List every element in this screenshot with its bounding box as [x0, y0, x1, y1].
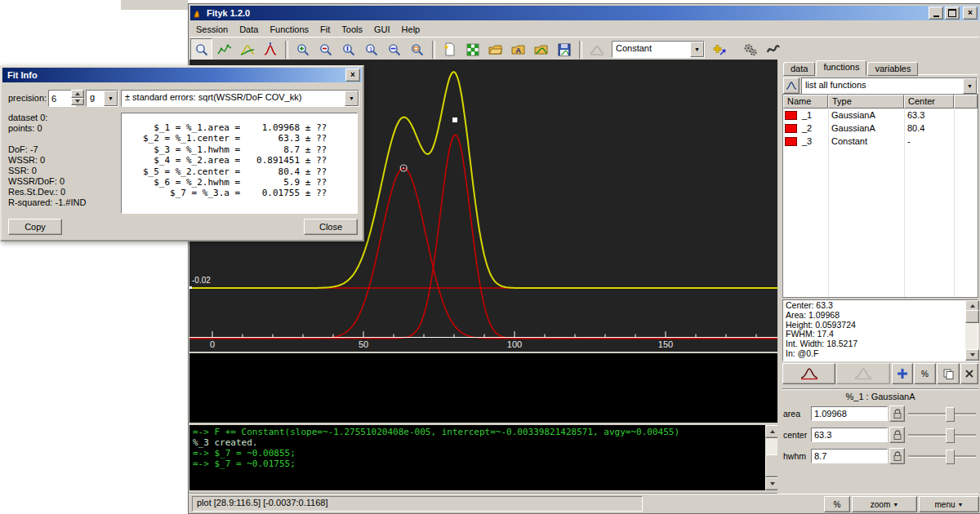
menu-fit[interactable]: Fit [314, 23, 336, 36]
info-scrollbar[interactable] [965, 300, 978, 361]
plot-function-button[interactable] [782, 363, 835, 384]
slider-thumb[interactable] [946, 407, 955, 422]
output-console[interactable]: =-> F += Constant(slope=~-1.27551020408e… [189, 425, 777, 490]
slider-thumb[interactable] [946, 450, 955, 464]
data-view-button[interactable] [213, 38, 235, 60]
column-header-name[interactable]: Name [783, 95, 828, 109]
arrow-up-icon [770, 430, 775, 433]
tab-variables[interactable]: variables [867, 62, 918, 76]
copy-dialog-button[interactable]: Copy [8, 219, 62, 235]
status-menu-button[interactable]: menu▼ [919, 496, 979, 512]
tab-data[interactable]: data [783, 62, 815, 76]
function-row[interactable]: _3Constant- [783, 135, 978, 148]
delete-function-button[interactable] [960, 363, 978, 384]
new-session-button[interactable] [439, 38, 461, 60]
zoom-100-button[interactable]: 1 [360, 38, 382, 60]
menu-tools[interactable]: Tools [336, 23, 368, 36]
column-header-type[interactable]: Type [828, 95, 904, 109]
function-row[interactable]: _1GaussianA63.3 [783, 109, 978, 122]
scrollbar-thumb[interactable] [965, 310, 979, 323]
function-row[interactable]: _2GaussianA80.4 [783, 122, 978, 135]
menu-functions[interactable]: Functions [264, 23, 314, 36]
parameter-input-area[interactable] [811, 406, 888, 421]
sidebar: datafunctionsvariables list all function… [782, 60, 979, 494]
parameter-row: area [783, 405, 978, 422]
aux-plot[interactable] [189, 353, 777, 423]
menu-gui[interactable]: GUI [368, 23, 396, 36]
window-title: Fityk 1.2.0 [207, 8, 927, 18]
menu-data[interactable]: Data [234, 23, 264, 36]
zoom-all-button[interactable] [406, 38, 428, 60]
close-button[interactable]: × [963, 7, 978, 20]
function-list-icon-button[interactable] [783, 78, 800, 94]
add-function-button[interactable] [708, 38, 730, 60]
slider-track [908, 434, 976, 436]
function-center: 63.3 [905, 110, 955, 120]
function-type-combo[interactable]: Constant ▼ [612, 41, 705, 58]
parameter-error-line: $_7 = %_3.a = 0.01755 ± ?? [143, 188, 357, 198]
spin-down-button[interactable] [71, 98, 84, 106]
parameter-label-center: center [783, 430, 811, 440]
plot-group-button[interactable] [836, 363, 889, 384]
load-data-append-button[interactable] [530, 38, 552, 60]
errors-combo[interactable]: ± standard errors: sqrt(WSSR/DoF COV_kk)… [121, 90, 359, 107]
dialog-close-button[interactable]: × [345, 69, 360, 82]
copy-button[interactable] [937, 363, 960, 384]
console-line: %_3 created. [193, 437, 763, 448]
parameter-input-hwhm[interactable] [811, 449, 888, 463]
menu-button-label: menu [935, 500, 956, 509]
close-dialog-button[interactable]: Close [304, 219, 358, 235]
scroll-down-button[interactable] [965, 349, 979, 361]
function-filter-combo[interactable]: list all functions ▼ [801, 78, 978, 95]
chevron-down-icon[interactable]: ▼ [104, 91, 118, 106]
console-scrollbar[interactable] [765, 425, 777, 490]
chevron-down-icon[interactable]: ▼ [345, 91, 359, 106]
lock-button[interactable] [889, 427, 905, 443]
lock-button[interactable] [889, 448, 905, 464]
parameter-slider-hwhm[interactable] [906, 449, 978, 463]
menu-help[interactable]: Help [396, 23, 426, 36]
minimize-button[interactable] [929, 7, 943, 20]
value-percent-button[interactable]: % [914, 363, 937, 384]
function-color-swatch[interactable] [785, 124, 797, 133]
add-variable-button[interactable] [892, 363, 913, 384]
zoom-history-button[interactable]: zoom▼ [852, 496, 917, 512]
zoom-out-button[interactable] [314, 38, 336, 60]
zoom-vertical-button[interactable] [337, 38, 359, 60]
function-name: _1 [800, 110, 829, 120]
zoom-in-button[interactable] [292, 38, 314, 60]
chevron-down-icon[interactable]: ▼ [963, 78, 977, 94]
baseline-button[interactable] [586, 38, 608, 60]
stat-line: points: 0 [8, 123, 86, 134]
load-data-button[interactable]: A [507, 38, 529, 60]
parameter-input-center[interactable] [811, 428, 888, 442]
column-header-center[interactable]: Center [904, 95, 954, 109]
plot-view-button[interactable] [236, 38, 258, 60]
settings-gears-button[interactable] [739, 38, 761, 60]
menu-session[interactable]: Session [190, 23, 234, 36]
percent-icon: % [834, 500, 841, 509]
grid-line [954, 109, 955, 297]
zoom-horizontal-button[interactable] [383, 38, 405, 60]
parameter-slider-area[interactable] [906, 406, 978, 421]
save-session-button[interactable] [553, 38, 575, 60]
slider-thumb[interactable] [946, 428, 955, 443]
maximize-button[interactable] [945, 7, 960, 20]
window-titlebar[interactable]: Fityk 1.2.0 × [190, 6, 979, 20]
dialog-titlebar[interactable]: Fit Info × [2, 68, 362, 82]
percent-button[interactable]: % [824, 496, 850, 512]
spin-up-button[interactable] [71, 90, 84, 98]
quick-tools-button[interactable] [762, 38, 784, 60]
function-color-swatch[interactable] [785, 111, 797, 120]
lock-button[interactable] [889, 405, 905, 422]
tab-functions[interactable]: functions [816, 60, 866, 76]
function-color-swatch[interactable] [785, 137, 797, 146]
chevron-down-icon[interactable]: ▼ [690, 42, 704, 57]
zoom-mode-button[interactable] [190, 38, 212, 60]
add-peak-mode-button[interactable] [259, 38, 281, 60]
format-combo[interactable]: g ▼ [86, 90, 118, 107]
function-name: _3 [800, 136, 829, 146]
exec-script-button[interactable] [461, 38, 483, 60]
open-session-button[interactable] [484, 38, 506, 60]
parameter-slider-center[interactable] [906, 428, 978, 442]
